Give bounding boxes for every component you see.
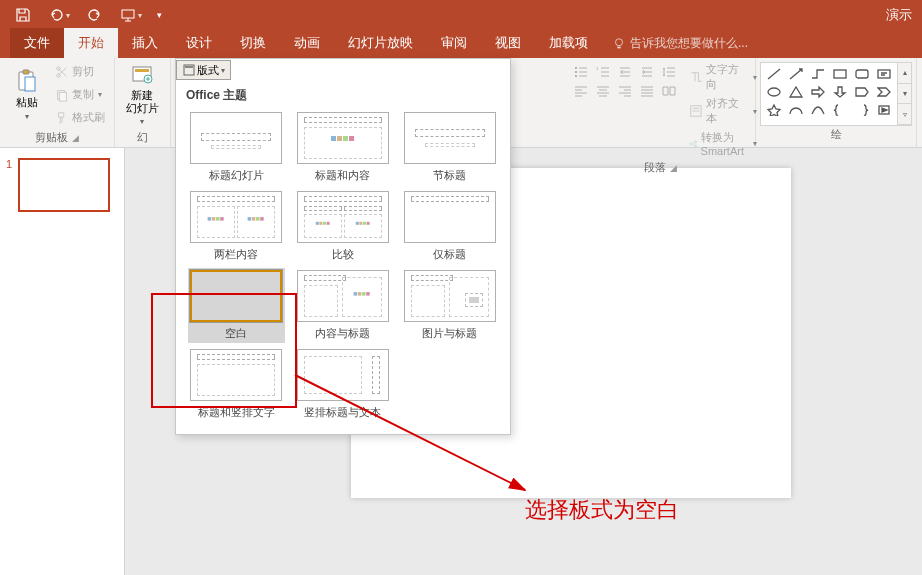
layout-option-title-content[interactable]: 标题和内容 <box>297 112 390 183</box>
layout-option-section-header[interactable]: 节标题 <box>403 112 496 183</box>
slide-mini-preview[interactable] <box>18 158 110 212</box>
shape-curve-icon[interactable] <box>808 102 828 118</box>
svg-point-25 <box>768 88 780 96</box>
layout-theme-header: Office 主题 <box>176 81 510 108</box>
window-title-fragment: 演示 <box>886 6 916 24</box>
layout-option-two-content[interactable]: 两栏内容 <box>190 191 283 262</box>
shape-pentagon-icon[interactable] <box>852 84 872 100</box>
cut-button[interactable]: 剪切 <box>52 62 108 81</box>
tab-slideshow[interactable]: 幻灯片放映 <box>334 28 427 58</box>
slide-thumbnail-panel[interactable]: 1 <box>0 148 125 575</box>
svg-rect-4 <box>25 77 35 91</box>
gallery-scroll[interactable]: ▴ ▾ ▿ <box>898 62 912 126</box>
tab-transition[interactable]: 切换 <box>226 28 280 58</box>
shape-arc-icon[interactable] <box>786 102 806 118</box>
ribbon: 粘贴 ▾ 剪切 复制 ▾ 格式刷 剪贴板 ◢ <box>0 58 922 148</box>
smartart-icon <box>689 137 698 151</box>
presentation-icon <box>120 7 136 23</box>
svg-point-15 <box>575 71 577 73</box>
scroll-down-icon[interactable]: ▾ <box>898 84 911 105</box>
annotation-text: 选择板式为空白 <box>525 495 679 525</box>
layout-option-title-slide[interactable]: 标题幻灯片 <box>190 112 283 183</box>
align-center-button[interactable] <box>594 83 612 99</box>
tab-view[interactable]: 视图 <box>481 28 535 58</box>
shape-star-icon[interactable] <box>764 102 784 118</box>
shape-brace-icon[interactable] <box>830 102 850 118</box>
ribbon-group-clipboard: 粘贴 ▾ 剪切 复制 ▾ 格式刷 剪贴板 ◢ <box>0 58 115 147</box>
svg-rect-22 <box>834 70 846 78</box>
layout-option-title-only[interactable]: 仅标题 <box>403 191 496 262</box>
group-label-clipboard: 剪贴板 <box>35 130 68 145</box>
shape-rounded-rect-icon[interactable] <box>852 66 872 82</box>
gallery-expand-icon[interactable]: ▿ <box>898 104 911 125</box>
tab-insert[interactable]: 插入 <box>118 28 172 58</box>
slide-number: 1 <box>6 158 12 212</box>
ribbon-group-drawing: ▴ ▾ ▿ 绘 <box>756 58 917 147</box>
layout-option-picture-caption[interactable]: 图片与标题 <box>403 270 496 341</box>
shape-arrow-icon[interactable] <box>786 66 806 82</box>
shape-textbox-icon[interactable] <box>874 66 894 82</box>
tab-file[interactable]: 文件 <box>10 28 64 58</box>
columns-button[interactable] <box>660 83 678 99</box>
shape-down-arrow-icon[interactable] <box>830 84 850 100</box>
text-direction-button[interactable]: 文字方向▾ <box>686 60 760 94</box>
dialog-launcher-icon[interactable]: ◢ <box>72 133 79 143</box>
layout-option-content-caption[interactable]: 内容与标题 <box>297 270 390 341</box>
save-button[interactable] <box>6 3 40 27</box>
shape-bracket-icon[interactable] <box>852 102 872 118</box>
format-painter-button[interactable]: 格式刷 <box>52 108 108 127</box>
svg-point-16 <box>575 75 577 77</box>
dialog-launcher-icon[interactable]: ◢ <box>670 163 677 173</box>
justify-button[interactable] <box>638 83 656 99</box>
layout-button[interactable]: 版式 ▾ <box>176 60 231 80</box>
tab-addins[interactable]: 加载项 <box>535 28 602 58</box>
paste-icon <box>15 69 39 93</box>
tab-animation[interactable]: 动画 <box>280 28 334 58</box>
tab-home[interactable]: 开始 <box>64 28 118 58</box>
scroll-up-icon[interactable]: ▴ <box>898 63 911 84</box>
shape-rectangle-icon[interactable] <box>830 66 850 82</box>
line-spacing-button[interactable] <box>660 64 678 80</box>
chevron-down-icon: ▾ <box>140 117 144 126</box>
tab-review[interactable]: 审阅 <box>427 28 481 58</box>
redo-button[interactable] <box>78 3 112 27</box>
chevron-down-icon: ▾ <box>221 66 225 75</box>
svg-rect-13 <box>185 66 193 68</box>
shape-line-icon[interactable] <box>764 66 784 82</box>
numbering-button[interactable]: 1 <box>594 64 612 80</box>
align-text-button[interactable]: 对齐文本▾ <box>686 94 760 128</box>
tab-design[interactable]: 设计 <box>172 28 226 58</box>
shape-action-icon[interactable] <box>874 102 894 118</box>
ribbon-tabs: 文件 开始 插入 设计 切换 动画 幻灯片放映 审阅 视图 加载项 告诉我您想要… <box>0 30 922 58</box>
layout-option-title-vertical-text[interactable]: 标题和竖排文字 <box>190 349 283 420</box>
bullets-button[interactable] <box>572 64 590 80</box>
svg-point-14 <box>575 67 577 69</box>
shape-connector-icon[interactable] <box>808 66 828 82</box>
layout-option-comparison[interactable]: 比较 <box>297 191 390 262</box>
new-slide-button[interactable]: 新建 幻灯片 ▾ <box>121 60 163 129</box>
svg-rect-23 <box>856 70 868 78</box>
convert-smartart-button[interactable]: 转换为 SmartArt▾ <box>686 128 760 159</box>
align-right-button[interactable] <box>616 83 634 99</box>
svg-rect-24 <box>878 70 890 78</box>
group-label-drawing: 绘 <box>831 127 842 142</box>
slide-thumbnail-1[interactable]: 1 <box>6 158 118 212</box>
tell-me-search[interactable]: 告诉我您想要做什么... <box>602 29 758 58</box>
start-from-beginning-button[interactable]: ▾ <box>114 3 148 27</box>
shape-triangle-icon[interactable] <box>786 84 806 100</box>
shape-chevron-icon[interactable] <box>874 84 894 100</box>
layout-option-vertical-title-text[interactable]: 竖排标题与文本 <box>297 349 390 420</box>
align-left-button[interactable] <box>572 83 590 99</box>
chevron-down-icon: ▾ <box>98 90 102 99</box>
copy-button[interactable]: 复制 ▾ <box>52 85 108 104</box>
undo-button[interactable]: ▾ <box>42 3 76 27</box>
increase-indent-button[interactable] <box>638 64 656 80</box>
shape-right-arrow-icon[interactable] <box>808 84 828 100</box>
layout-option-blank[interactable]: 空白 <box>188 268 285 343</box>
decrease-indent-button[interactable] <box>616 64 634 80</box>
paste-button[interactable]: 粘贴 ▾ <box>6 60 48 129</box>
customize-qat-button[interactable]: ▾ <box>150 3 168 27</box>
paintbrush-icon <box>55 111 69 125</box>
shapes-gallery[interactable] <box>760 62 898 126</box>
shape-oval-icon[interactable] <box>764 84 784 100</box>
